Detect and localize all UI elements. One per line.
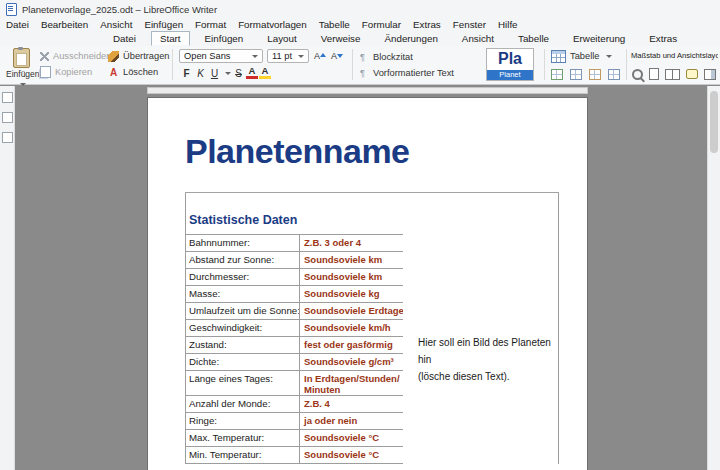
insert-column-icon[interactable]: [570, 69, 582, 80]
menu-einfuegen[interactable]: Einfügen: [138, 19, 189, 30]
row-value[interactable]: Soundsoviele kg: [300, 286, 403, 302]
clear-formatting-button[interactable]: A Löschen: [108, 65, 158, 79]
copy-button[interactable]: Kopieren: [40, 65, 92, 79]
styles-panel-icon[interactable]: [2, 132, 13, 143]
font-size-combo[interactable]: 11 pt: [267, 49, 309, 63]
row-label[interactable]: Ringe:: [186, 413, 300, 429]
tab-einfuegen[interactable]: Einfügen: [196, 31, 253, 46]
left-toolbar: [0, 86, 15, 470]
toolbar-handle-icon[interactable]: [2, 92, 13, 103]
menu-ansicht[interactable]: Ansicht: [94, 19, 138, 30]
row-label[interactable]: Länge eines Tages:: [186, 371, 300, 395]
menu-format[interactable]: Format: [189, 19, 232, 30]
grow-font-icon: A: [314, 51, 326, 61]
row-label[interactable]: Dichte:: [186, 354, 300, 370]
menu-tabelle[interactable]: Tabelle: [313, 19, 356, 30]
horizontal-ruler[interactable]: [147, 87, 588, 94]
cut-button[interactable]: Ausschneiden: [40, 49, 111, 63]
row-value[interactable]: fest oder gasförmig: [300, 337, 403, 353]
menu-fenster[interactable]: Fenster: [447, 19, 492, 30]
tab-ansicht[interactable]: Ansicht: [453, 31, 503, 46]
tab-erweiterung[interactable]: Erweiterung: [564, 31, 634, 46]
style-item-vorformatierter-text[interactable]: ¶ Vorformatierter Text: [360, 66, 478, 80]
tab-start[interactable]: Start: [151, 31, 190, 46]
tab-datei[interactable]: Datei: [104, 31, 145, 46]
doc-title[interactable]: Planetenname: [185, 98, 559, 193]
menu-formular[interactable]: Formular: [356, 19, 407, 30]
document-area: Planetenname Statistische Daten Bahnnumm…: [15, 86, 707, 470]
italic-button[interactable]: K: [194, 68, 207, 79]
style-item-blockzitat[interactable]: ¶ Blockzitat: [360, 50, 478, 64]
table-icon: [551, 50, 566, 63]
font-color-button[interactable]: A: [246, 67, 258, 79]
row-value[interactable]: Z.B. 4: [300, 396, 403, 412]
row-value[interactable]: In Erdtagen/Stunden/ Minuten: [300, 371, 403, 395]
row-label[interactable]: Bahnnummer:: [186, 235, 300, 251]
clone-formatting-button[interactable]: Übertragen: [108, 49, 170, 63]
sidebar-toggle-icon[interactable]: [704, 69, 716, 80]
chevron-down-icon: [298, 55, 304, 58]
table-row: Max. Temperatur: Soundsoviele °C: [186, 430, 403, 447]
row-label[interactable]: Zustand:: [186, 337, 300, 353]
menu-hilfe[interactable]: Hilfe: [492, 19, 524, 30]
row-label[interactable]: Min. Temperatur:: [186, 447, 300, 463]
delete-row-icon[interactable]: [589, 69, 601, 80]
insert-row-icon[interactable]: [551, 69, 563, 80]
row-value[interactable]: ja oder nein: [300, 413, 403, 429]
comments-icon[interactable]: [686, 69, 698, 79]
image-placeholder-cell[interactable]: Hier soll ein Bild des Planeten hin (lös…: [403, 193, 559, 464]
row-label[interactable]: Durchmesser:: [186, 269, 300, 285]
underline-button[interactable]: U: [208, 68, 221, 79]
row-label[interactable]: Geschwindigkeit:: [186, 320, 300, 336]
menu-formatvorlagen[interactable]: Formatvorlagen: [232, 19, 313, 30]
navigator-icon[interactable]: [2, 112, 13, 123]
row-value[interactable]: Soundsoviele Erdtage: [300, 303, 403, 319]
insert-table-button[interactable]: Tabelle: [551, 49, 612, 63]
tab-extras[interactable]: Extras: [640, 31, 686, 46]
tab-tabelle[interactable]: Tabelle: [509, 31, 558, 46]
font-name-combo[interactable]: Open Sans: [179, 49, 263, 63]
font-name-value: Open Sans: [184, 51, 231, 61]
row-label[interactable]: Masse:: [186, 286, 300, 302]
table-row: Durchmesser: Soundsoviele km: [186, 269, 403, 286]
vertical-scrollbar[interactable]: [707, 86, 720, 470]
book-view-icon[interactable]: [665, 69, 680, 80]
paste-button[interactable]: Einfügen: [6, 48, 36, 89]
copy-icon: [40, 66, 51, 78]
menu-datei[interactable]: Datei: [0, 19, 35, 30]
shrink-font-button[interactable]: A: [331, 49, 343, 63]
grow-font-button[interactable]: A: [314, 49, 326, 63]
zoom-icon[interactable]: [632, 69, 643, 80]
row-value[interactable]: Soundsoviele °C: [300, 447, 403, 463]
underline-dropdown-icon[interactable]: [225, 72, 231, 75]
row-label[interactable]: Max. Temperatur:: [186, 430, 300, 446]
strikethrough-button[interactable]: S: [232, 68, 245, 79]
row-label[interactable]: Abstand zur Sonne:: [186, 252, 300, 268]
row-value[interactable]: Soundsoviele km/h: [300, 320, 403, 336]
style-item-label: Vorformatierter Text: [373, 68, 454, 78]
tab-layout[interactable]: Layout: [258, 31, 305, 46]
section-heading[interactable]: Statistische Daten: [186, 193, 403, 235]
single-page-view-icon[interactable]: [649, 68, 659, 80]
bold-button[interactable]: F: [180, 68, 193, 79]
row-value[interactable]: Soundsoviele km: [300, 269, 403, 285]
row-label[interactable]: Anzahl der Monde:: [186, 396, 300, 412]
row-value[interactable]: Soundsoviele g/cm³: [300, 354, 403, 370]
row-label[interactable]: Umlaufzeit um die Sonne:: [186, 303, 300, 319]
row-value[interactable]: Soundsoviele °C: [300, 430, 403, 446]
scrollbar-thumb[interactable]: [710, 91, 718, 153]
chevron-down-icon: [252, 55, 258, 58]
row-value[interactable]: Soundsoviele km: [300, 252, 403, 268]
table-properties-icon[interactable]: [608, 69, 620, 80]
tab-verweise[interactable]: Verweise: [312, 31, 370, 46]
table-row: Masse: Soundsoviele kg: [186, 286, 403, 303]
menu-bearbeiten[interactable]: Bearbeiten: [35, 19, 94, 30]
document-page[interactable]: Planetenname Statistische Daten Bahnnumm…: [147, 97, 588, 470]
style-item-planet-selected[interactable]: Pla Planet: [486, 48, 534, 81]
highlight-color-bar: [259, 76, 271, 79]
highlight-color-button[interactable]: A: [259, 67, 271, 79]
tab-aenderungen[interactable]: Änderungen: [375, 31, 446, 46]
menu-extras[interactable]: Extras: [407, 19, 447, 30]
row-value[interactable]: Z.B. 3 oder 4: [300, 235, 403, 251]
copy-label: Kopieren: [55, 67, 92, 77]
